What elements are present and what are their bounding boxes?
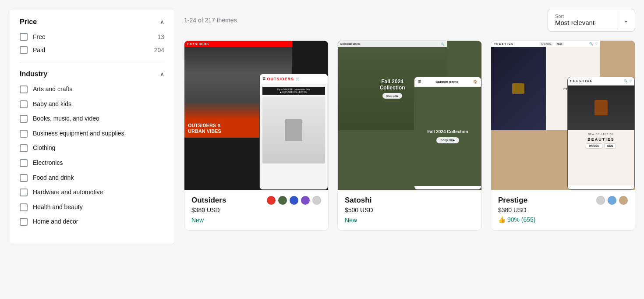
satoshi-mobile-mockup: ☰ Satoshi demo 🏠 Fall 2024 Collection Sh… [414, 77, 481, 190]
main-wrapper: Price ∧ Free 13 Paid 204 [0, 0, 644, 253]
price-paid-count: 204 [154, 46, 164, 53]
price-free-option[interactable]: Free 13 [20, 33, 164, 41]
prestige-preview-image: PRESTIGE ARCHIVE NEW 🔍 ♡ [491, 41, 635, 190]
prestige-card-info: Prestige $380 USD 👍 90% (655) [491, 190, 635, 229]
price-paid-checkbox[interactable] [20, 46, 28, 54]
satoshi-preview-image: Botherall stores 🔍 Fall 2024Collection S… [338, 41, 481, 190]
industry-filter-header[interactable]: Industry ∧ [20, 70, 164, 78]
industry-hardware-label: Hardware and automotive [33, 188, 103, 197]
price-filter-title: Price [20, 18, 37, 26]
outsiders-preview-image: OUTSIDERS OUTSIDERS xUrban Vibes [184, 41, 328, 190]
swatch-gray[interactable] [596, 196, 605, 205]
swatch-red[interactable] [267, 196, 276, 205]
swatch-green[interactable] [278, 196, 287, 205]
prestige-theme-name: Prestige [498, 196, 527, 205]
industry-clothing-label: Clothing [33, 144, 55, 153]
prestige-rating: 👍 90% (655) [498, 216, 628, 223]
price-free-checkbox[interactable] [20, 33, 28, 41]
cards-grid: OUTSIDERS OUTSIDERS xUrban Vibes [184, 40, 635, 231]
industry-hardware-checkbox[interactable] [20, 189, 28, 196]
industry-filter-title: Industry [20, 70, 47, 78]
industry-health-option[interactable]: Health and beauty [20, 203, 164, 212]
theme-card-outsiders[interactable]: OUTSIDERS OUTSIDERS xUrban Vibes [184, 40, 329, 231]
industry-clothing-option[interactable]: Clothing [20, 144, 164, 153]
industry-baby-label: Baby and kids [33, 100, 71, 109]
satoshi-theme-name: Satoshi [345, 196, 372, 205]
industry-home-option[interactable]: Home and decor [20, 217, 164, 226]
industry-food-label: Food and drink [33, 174, 74, 182]
swatch-light[interactable] [312, 196, 321, 205]
sort-value: Most relevant [555, 19, 594, 26]
sidebar: Price ∧ Free 13 Paid 204 [9, 9, 175, 244]
industry-electronics-option[interactable]: Electronics [20, 159, 164, 167]
industry-filter-section: Industry ∧ Arts and crafts Baby and kids… [20, 70, 164, 226]
women-btn[interactable]: WOMEN [586, 143, 602, 149]
outsiders-theme-name: Outsiders [191, 196, 226, 205]
price-free-count: 13 [157, 33, 164, 40]
industry-books-label: Books, music, and video [33, 114, 99, 123]
industry-business-option[interactable]: Business equipment and supplies [20, 129, 164, 138]
industry-health-checkbox[interactable] [20, 203, 28, 211]
prestige-swatches [596, 196, 628, 205]
swatch-lightblue[interactable] [608, 196, 616, 205]
sort-chevron-icon[interactable]: ⌄ [617, 11, 635, 30]
industry-electronics-label: Electronics [33, 159, 63, 167]
price-paid-label: Paid [33, 46, 45, 53]
outsiders-mobile-mockup: ☰ OUTSIDERS 🛒 Up to 50% OFF: Unbeatable … [259, 74, 328, 190]
satoshi-price: $500 USD [345, 206, 474, 214]
industry-food-option[interactable]: Food and drink [20, 174, 164, 182]
industry-chevron-icon: ∧ [160, 71, 164, 78]
satoshi-card-info: Satoshi $500 USD New [338, 190, 481, 230]
outsiders-badge[interactable]: New [191, 217, 204, 224]
theme-card-satoshi[interactable]: Botherall stores 🔍 Fall 2024Collection S… [337, 40, 482, 231]
price-filter-header[interactable]: Price ∧ [20, 18, 164, 26]
price-filter-section: Price ∧ Free 13 Paid 204 [20, 18, 164, 54]
industry-business-checkbox[interactable] [20, 130, 28, 138]
swatch-purple[interactable] [301, 196, 310, 205]
main-content: 1-24 of 217 themes Sort Most relevant ⌄ [184, 9, 635, 244]
industry-food-checkbox[interactable] [20, 174, 28, 182]
industry-books-option[interactable]: Books, music, and video [20, 114, 164, 123]
satoshi-badge[interactable]: New [345, 217, 357, 224]
divider [20, 63, 164, 63]
outsiders-card-info: Outsiders $380 USD New [184, 190, 328, 230]
industry-business-label: Business equipment and supplies [33, 129, 124, 138]
industry-hardware-option[interactable]: Hardware and automotive [20, 188, 164, 197]
content-header: 1-24 of 217 themes Sort Most relevant ⌄ [184, 9, 635, 32]
sort-dropdown[interactable]: Sort Most relevant ⌄ [548, 9, 635, 32]
prestige-mobile-mockup: PRESTIGE 🔍 ♡ [567, 77, 635, 190]
results-count: 1-24 of 217 themes [184, 17, 237, 24]
industry-electronics-checkbox[interactable] [20, 159, 28, 167]
outsiders-price: $380 USD [191, 206, 321, 214]
outsiders-swatches [267, 196, 321, 205]
industry-clothing-checkbox[interactable] [20, 144, 28, 152]
prestige-price: $380 USD [498, 206, 628, 214]
industry-health-label: Health and beauty [33, 203, 83, 212]
industry-arts-option[interactable]: Arts and crafts [20, 85, 164, 94]
industry-home-label: Home and decor [33, 217, 78, 226]
thumbs-up-icon: 👍 [498, 216, 506, 223]
price-chevron-icon: ∧ [160, 18, 164, 25]
swatch-tan[interactable] [619, 196, 628, 205]
price-paid-option[interactable]: Paid 204 [20, 46, 164, 54]
industry-baby-checkbox[interactable] [20, 100, 28, 108]
industry-home-checkbox[interactable] [20, 218, 28, 226]
prestige-rating-text: 90% (655) [507, 216, 536, 223]
price-free-label: Free [33, 33, 46, 40]
industry-arts-checkbox[interactable] [20, 85, 28, 93]
theme-card-prestige[interactable]: PRESTIGE ARCHIVE NEW 🔍 ♡ [491, 40, 635, 231]
industry-books-checkbox[interactable] [20, 115, 28, 123]
men-btn[interactable]: MEN [604, 143, 616, 149]
industry-arts-label: Arts and crafts [33, 85, 72, 94]
industry-baby-option[interactable]: Baby and kids [20, 100, 164, 109]
sort-label: Sort [555, 14, 610, 19]
swatch-blue[interactable] [290, 196, 298, 205]
